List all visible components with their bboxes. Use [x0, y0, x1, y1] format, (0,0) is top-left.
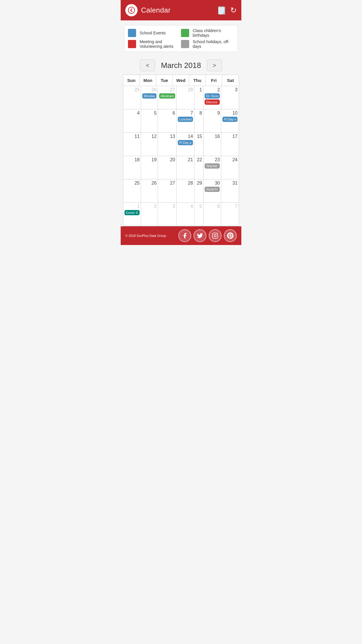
cal-cell[interactable]: 7: [221, 203, 239, 226]
cal-cell[interactable]: 19: [141, 156, 158, 179]
cal-cell[interactable]: 15: [194, 133, 203, 156]
day-number: 29: [196, 181, 202, 186]
day-number: 15: [196, 134, 202, 139]
copyright: © 2018 SunPlus Data Group: [125, 234, 166, 237]
legend-label-birthdays: Class children's birthdays: [193, 28, 234, 38]
cal-cell[interactable]: 3: [221, 86, 239, 109]
day-number: 10: [222, 111, 238, 116]
cal-cell[interactable]: 13: [158, 133, 177, 156]
facebook-button[interactable]: [178, 229, 191, 242]
cal-cell[interactable]: 9: [203, 109, 221, 133]
legend-swatch-holidays: [181, 40, 189, 48]
cal-cell[interactable]: 20: [158, 156, 177, 179]
event-tag[interactable]: Teacher: [205, 163, 220, 169]
day-number: 6: [205, 204, 220, 209]
twitter-button[interactable]: [194, 229, 206, 242]
day-number: 26: [142, 87, 157, 92]
event-tag[interactable]: Pi Day n: [222, 117, 238, 122]
pinterest-button[interactable]: [224, 229, 237, 242]
cal-cell[interactable]: 5: [194, 203, 203, 226]
day-number: 25: [124, 181, 140, 186]
cal-cell[interactable]: 12: [141, 133, 158, 156]
day-number: 23: [205, 157, 220, 162]
event-tag[interactable]: Monday: [142, 93, 157, 99]
cal-cell[interactable]: 1: [194, 86, 203, 109]
day-name-fri: Fri: [206, 75, 222, 86]
event-tag[interactable]: Abraham: [159, 93, 175, 99]
cal-cell[interactable]: 29: [194, 179, 203, 203]
event-tag[interactable]: Discuss: [205, 99, 220, 105]
next-month-button[interactable]: >: [207, 60, 222, 71]
day-number: 7: [222, 204, 238, 209]
calendar: SunMonTueWedThuFriSat 2526Monday27Abraha…: [123, 75, 239, 226]
cal-cell[interactable]: 25: [123, 86, 141, 109]
day-number: 27: [159, 87, 175, 92]
day-name-mon: Mon: [140, 75, 157, 86]
day-number: 16: [205, 134, 220, 139]
cal-cell[interactable]: 14Pi Day p: [177, 133, 194, 156]
day-number: 19: [142, 157, 157, 162]
cal-cell[interactable]: 11: [123, 133, 141, 156]
refresh-icon[interactable]: ↻: [230, 6, 237, 15]
back-button[interactable]: [125, 4, 138, 16]
cal-cell[interactable]: 24: [221, 156, 239, 179]
day-name-wed: Wed: [173, 75, 189, 86]
wishlist-icon[interactable]: 🗒️: [217, 6, 226, 15]
legend-swatch-school-events: [128, 29, 136, 37]
cal-cell[interactable]: 18: [123, 156, 141, 179]
cal-cell[interactable]: 3: [158, 203, 177, 226]
cal-cell[interactable]: 28: [177, 179, 194, 203]
day-number: 22: [196, 157, 202, 162]
event-tag[interactable]: Easter E: [124, 210, 140, 215]
cal-cell[interactable]: 5: [141, 109, 158, 133]
social-icons: [178, 229, 237, 242]
cal-cell[interactable]: 16: [203, 133, 221, 156]
svg-rect-1: [212, 233, 218, 238]
prev-month-button[interactable]: <: [140, 60, 155, 71]
day-number: 5: [196, 204, 202, 209]
day-number: 30: [205, 181, 220, 186]
cal-cell[interactable]: 28: [177, 86, 194, 109]
cal-cell[interactable]: 7Lunched: [177, 109, 194, 133]
event-tag[interactable]: Pi Day p: [178, 140, 193, 145]
cal-cell[interactable]: 4: [177, 203, 194, 226]
day-number: 2: [142, 204, 157, 209]
cal-cell[interactable]: 6: [158, 109, 177, 133]
cal-cell[interactable]: 25: [123, 179, 141, 203]
event-tag[interactable]: Lunched: [178, 117, 193, 122]
svg-point-0: [128, 7, 135, 13]
cal-cell[interactable]: 2: [141, 203, 158, 226]
day-number: 28: [178, 181, 193, 186]
event-tag[interactable]: Good Fr: [205, 187, 220, 192]
cal-cell[interactable]: 26: [141, 179, 158, 203]
day-number: 21: [178, 157, 193, 162]
cal-cell[interactable]: 8: [194, 109, 203, 133]
instagram-button[interactable]: [209, 229, 222, 242]
legend: School Events Class children's birthdays…: [124, 25, 238, 52]
month-nav: < March 2018 >: [121, 60, 241, 71]
cal-cell[interactable]: 22: [194, 156, 203, 179]
legend-label-meetings: Meeting and Volunteering alerts: [140, 39, 181, 49]
day-number: 1: [124, 204, 140, 209]
day-number: 14: [178, 134, 193, 139]
cal-cell[interactable]: 17: [221, 133, 239, 156]
cal-cell[interactable]: 27: [158, 179, 177, 203]
cal-cell[interactable]: 23Teacher: [203, 156, 221, 179]
cal-cell[interactable]: 6: [203, 203, 221, 226]
event-tag[interactable]: Dr. Seus: [205, 93, 220, 99]
legend-label-school-events: School Events: [140, 31, 166, 35]
cal-cell[interactable]: 26Monday: [141, 86, 158, 109]
cal-cell[interactable]: 27Abraham: [158, 86, 177, 109]
day-number: 8: [196, 111, 202, 116]
cal-cell[interactable]: 4: [123, 109, 141, 133]
cal-cell[interactable]: 1Easter E: [123, 203, 141, 226]
cal-cell[interactable]: 21: [177, 156, 194, 179]
day-number: 26: [142, 181, 157, 186]
day-number: 1: [196, 87, 202, 92]
cal-cell[interactable]: 2Dr. SeusDiscuss: [203, 86, 221, 109]
day-number: 4: [124, 111, 140, 116]
cal-cell[interactable]: 31: [221, 179, 239, 203]
cal-cell[interactable]: 10Pi Day n: [221, 109, 239, 133]
month-title: March 2018: [161, 61, 201, 70]
cal-cell[interactable]: 30Good Fr: [203, 179, 221, 203]
